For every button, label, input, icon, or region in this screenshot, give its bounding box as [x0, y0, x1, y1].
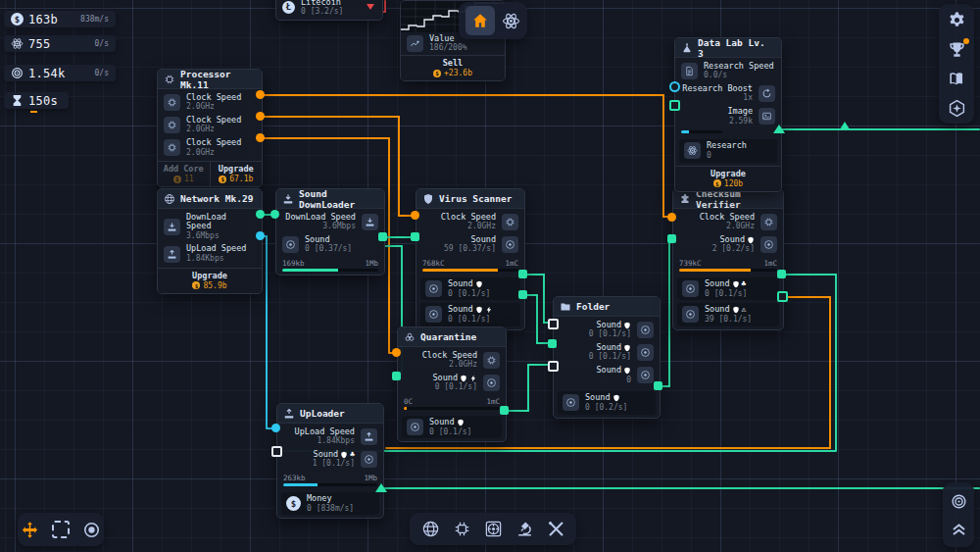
disc-icon-button[interactable] — [760, 236, 777, 253]
cooling-category-button[interactable] — [484, 520, 503, 538]
port-download-input[interactable] — [270, 210, 279, 219]
port-sound-output[interactable] — [777, 291, 788, 302]
port-sound-output[interactable] — [654, 381, 662, 390]
download-icon-button[interactable] — [164, 219, 180, 235]
disc-icon-button[interactable] — [483, 375, 500, 391]
document-icon-button[interactable] — [681, 63, 698, 79]
pan-tool-button[interactable] — [21, 521, 39, 539]
disc-icon-button[interactable] — [282, 236, 299, 253]
port-sound-input[interactable] — [271, 446, 282, 457]
port-sound-input[interactable] — [548, 339, 557, 348]
wire — [260, 137, 390, 139]
chip-icon-button[interactable] — [164, 94, 180, 111]
disc-icon-button[interactable] — [502, 236, 518, 253]
chip-icon-button[interactable] — [760, 214, 777, 230]
chip-icon-button[interactable] — [502, 214, 518, 230]
upgrade-button[interactable]: Upgrade 120b — [675, 167, 781, 191]
chip-icon-button[interactable] — [164, 139, 180, 156]
wire — [536, 294, 538, 344]
port-sound-input[interactable] — [667, 234, 676, 243]
port-sound-output[interactable] — [518, 290, 527, 299]
sell-button[interactable]: Sell +23.6b — [401, 55, 505, 80]
download-icon-button[interactable] — [362, 214, 378, 230]
disc-icon-button[interactable] — [682, 306, 699, 323]
node-folder[interactable]: Folder Sound0 [0.1/s] Sound0 [0.1/s] Sou… — [553, 296, 661, 419]
disc-icon-button[interactable] — [407, 419, 423, 435]
research-category-button[interactable] — [515, 520, 534, 538]
chip-icon-button[interactable] — [483, 352, 500, 369]
upgrade-button[interactable]: Upgrade 67.1b — [210, 162, 263, 186]
node-data-lab[interactable]: Data Lab Lv. 3 Research Speed0.0/s Resea… — [674, 37, 782, 192]
disc-icon-button[interactable] — [682, 280, 699, 297]
verified-badge-icon: ♣ — [350, 451, 355, 459]
node-checksum-verifier[interactable]: Checksum Verifier Clock Speed2.0GHz Soun… — [672, 188, 784, 330]
node-virus-scanner[interactable]: Virus Scanner Clock Speed2.0GHz Sound59 … — [416, 188, 525, 330]
port-sound-output[interactable] — [518, 270, 527, 278]
disc-icon-button[interactable] — [637, 344, 654, 361]
tools-category-button[interactable] — [547, 520, 565, 538]
port-boost-input[interactable] — [669, 81, 680, 92]
port-sound-output[interactable] — [500, 406, 509, 415]
network-category-button[interactable] — [421, 520, 440, 538]
flask-icon — [681, 42, 693, 54]
edit-mode-toolbar — [18, 513, 104, 546]
disc-icon-button[interactable] — [637, 322, 654, 338]
port-money-output[interactable] — [375, 483, 387, 492]
select-tool-button[interactable] — [52, 521, 70, 538]
port-sound-input[interactable] — [548, 361, 559, 372]
port-clock-output[interactable] — [256, 133, 265, 142]
infected-sound-output-row: Sound0 [0.1/s] — [420, 303, 520, 326]
money-output-row: $ Money0 [838m/s] — [281, 492, 379, 515]
port-sound-output[interactable] — [777, 270, 786, 278]
port-clock-output[interactable] — [256, 112, 265, 121]
badges-button[interactable] — [948, 99, 966, 118]
port-sound-input[interactable] — [411, 232, 419, 241]
node-litecoin[interactable]: Ł Litecoin 0 [3.2/s] — [275, 0, 383, 21]
warning-badge-icon: ⚠ — [742, 306, 747, 314]
node-sound-downloader[interactable]: Sound DownLoader DownLoad Speed3.6Mbps S… — [275, 188, 385, 276]
port-clock-input[interactable] — [667, 213, 676, 222]
disc-icon-button[interactable] — [563, 394, 579, 411]
game-canvas[interactable]: Ł Litecoin 0 [3.2/s] Value 186/200% — [0, 0, 980, 552]
processor-category-button[interactable] — [453, 520, 471, 538]
achievements-button[interactable] — [948, 40, 966, 59]
port-upload-output[interactable] — [256, 231, 265, 240]
node-network[interactable]: Network Mk.29 DownLoad Speed3.6Mbps UpLo… — [157, 188, 263, 294]
node-processor[interactable]: Processor Mk.11 Clock Speed2.0GHz Clock … — [157, 69, 263, 187]
upload-icon-button[interactable] — [361, 428, 377, 445]
image-icon-button[interactable] — [759, 108, 775, 125]
collapse-button[interactable] — [950, 520, 968, 538]
settings-button[interactable] — [948, 11, 966, 29]
port-upload-input[interactable] — [271, 424, 280, 432]
node-quarantine[interactable]: Quarantine Clock Speed2.0GHz Sound0 [0.1… — [397, 326, 507, 442]
encyclopedia-button[interactable] — [948, 70, 966, 88]
port-sound-output[interactable] — [378, 232, 387, 241]
port-sound-input[interactable] — [392, 372, 401, 380]
upgrade-button[interactable]: Upgrade 85.9b — [158, 269, 262, 293]
port-clock-input[interactable] — [411, 211, 419, 220]
port-image-input[interactable] — [669, 100, 680, 111]
center-view-button[interactable] — [950, 492, 968, 511]
boost-icon-button[interactable] — [759, 85, 775, 102]
shield-badge-icon — [623, 344, 631, 352]
disc-icon-button[interactable] — [425, 306, 442, 323]
wire — [266, 235, 268, 428]
port-download-output[interactable] — [256, 210, 265, 219]
upload-icon-button[interactable] — [164, 246, 180, 263]
port-sound-input[interactable] — [548, 319, 559, 329]
snap-tool-button[interactable] — [82, 521, 101, 539]
port-clock-output[interactable] — [256, 90, 265, 99]
port-research-output[interactable] — [773, 125, 785, 133]
research-tree-button[interactable] — [502, 12, 520, 30]
disc-icon-button[interactable] — [425, 280, 442, 297]
atom-icon-button[interactable] — [684, 142, 701, 159]
money-coin-icon: $ — [286, 496, 301, 511]
money-resource: $ 163b 838m/s — [4, 11, 116, 27]
add-core-button[interactable]: Add Core 11 — [158, 162, 210, 186]
node-uploader[interactable]: UpLoader UpLoad Speed1.84Kbps Sound♣1 [0… — [276, 403, 384, 519]
disc-icon-button[interactable] — [637, 367, 654, 383]
port-clock-input[interactable] — [392, 348, 401, 357]
disc-icon-button[interactable] — [361, 451, 377, 468]
chip-icon-button[interactable] — [164, 117, 180, 133]
home-button[interactable] — [466, 6, 495, 35]
